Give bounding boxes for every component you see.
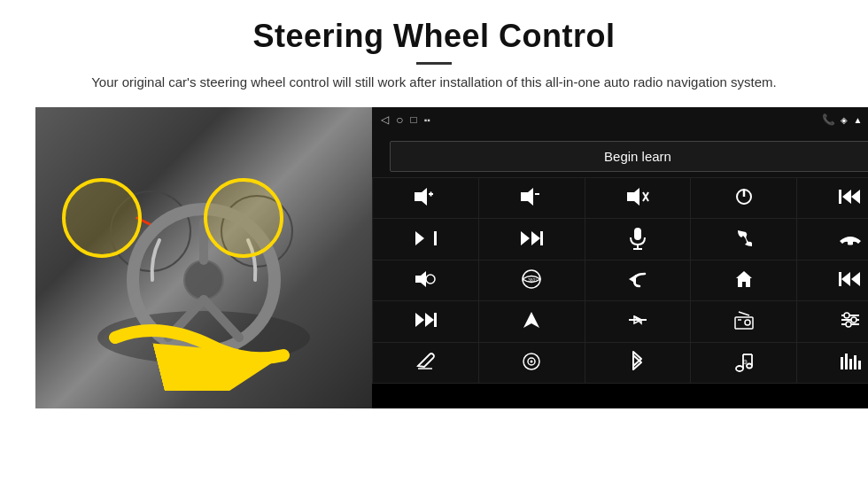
begin-learn-section: Begin learn	[372, 132, 868, 177]
page-subtitle: Your original car's steering wheel contr…	[89, 72, 779, 93]
nav-back-icon[interactable]: ◁	[381, 113, 389, 126]
mute-button[interactable]	[585, 178, 691, 218]
svg-marker-34	[629, 275, 636, 284]
skip-ff-button[interactable]	[479, 219, 585, 259]
svg-rect-65	[841, 357, 843, 369]
settings-eq-button[interactable]	[797, 301, 868, 341]
svg-point-31	[426, 275, 435, 284]
svg-marker-30	[415, 271, 426, 287]
android-interface: ◁ ○ □ ▪▪ 📞 ◈ ▲ 15:52 Begin learn	[372, 107, 868, 408]
equalizer-button[interactable]	[797, 343, 868, 383]
svg-marker-40	[415, 313, 424, 327]
home-button[interactable]	[691, 260, 796, 300]
vol-down-button[interactable]	[479, 178, 585, 218]
next-button[interactable]	[373, 219, 478, 259]
mute-icon	[625, 187, 650, 209]
navigate-button[interactable]	[479, 301, 585, 341]
svg-point-59	[736, 366, 743, 371]
target-icon	[522, 352, 541, 374]
begin-learn-button[interactable]: Begin learn	[390, 141, 868, 172]
car-image-bg	[35, 107, 372, 408]
view-360-icon: 360°	[520, 268, 543, 293]
call-button[interactable]	[691, 219, 796, 259]
vol-up-icon	[413, 187, 438, 209]
svg-marker-37	[841, 272, 850, 286]
nav-buttons: ◁ ○ □ ▪▪	[381, 113, 430, 127]
svg-rect-68	[854, 355, 856, 369]
svg-rect-69	[858, 361, 861, 369]
back-button[interactable]	[585, 260, 691, 300]
nav-signal-icon: ▪▪	[424, 115, 430, 125]
skip-ff-icon	[519, 229, 544, 250]
vol-down-icon	[519, 187, 544, 209]
svg-marker-12	[521, 188, 533, 206]
speaker-button[interactable]	[373, 260, 478, 300]
end-call-button[interactable]	[797, 219, 868, 259]
fast-forward-button[interactable]	[373, 301, 478, 341]
edit-icon	[415, 352, 435, 374]
svg-rect-39	[434, 313, 437, 327]
svg-marker-38	[851, 272, 860, 286]
call-icon	[734, 229, 754, 251]
nav-home-icon[interactable]: ○	[396, 113, 403, 127]
android-statusbar: ◁ ○ □ ▪▪ 📞 ◈ ▲ 15:52	[372, 107, 868, 132]
icon-grid: 360°	[372, 177, 868, 384]
edit-button[interactable]	[373, 343, 478, 383]
eq-icon	[627, 311, 648, 331]
svg-marker-25	[531, 231, 540, 245]
settings-area	[372, 384, 868, 408]
view-360-button[interactable]: 360°	[479, 260, 585, 300]
svg-text:⚙: ⚙	[742, 359, 748, 365]
svg-point-52	[844, 313, 849, 318]
arrow-indicator	[106, 311, 301, 391]
svg-rect-67	[849, 359, 852, 369]
svg-rect-22	[434, 231, 437, 245]
power-button[interactable]	[691, 178, 796, 218]
wifi-icon: ▲	[853, 115, 862, 125]
end-call-icon	[839, 230, 862, 249]
statusbar-right: 📞 ◈ ▲ 15:52	[822, 113, 868, 126]
svg-marker-35	[736, 271, 752, 287]
svg-point-54	[846, 322, 851, 327]
svg-marker-42	[523, 312, 539, 328]
prev-button[interactable]	[797, 178, 868, 218]
svg-rect-21	[839, 190, 841, 204]
button-group-left-highlight	[62, 178, 142, 258]
prev-icon	[839, 188, 862, 208]
svg-rect-27	[634, 228, 641, 240]
music-button[interactable]: ⚙	[691, 343, 796, 383]
svg-marker-41	[425, 313, 434, 327]
music-icon: ⚙	[733, 351, 755, 375]
speaker-icon	[414, 269, 437, 292]
mic-button[interactable]	[585, 219, 691, 259]
bluetooth-icon	[631, 350, 645, 376]
svg-marker-14	[627, 188, 639, 206]
mic-icon	[629, 227, 647, 253]
location-icon: ◈	[841, 115, 848, 125]
equalizer-icon	[839, 352, 862, 374]
svg-marker-20	[851, 190, 860, 204]
svg-marker-19	[842, 190, 851, 204]
svg-marker-24	[521, 231, 530, 245]
target-button[interactable]	[479, 343, 585, 383]
next-icon	[414, 229, 437, 250]
vol-up-button[interactable]	[373, 178, 478, 218]
page-wrapper: Steering Wheel Control Your original car…	[0, 0, 868, 417]
svg-point-4	[184, 260, 223, 299]
svg-point-47	[745, 320, 750, 325]
eq-button[interactable]	[585, 301, 691, 341]
rewind-button[interactable]	[797, 260, 868, 300]
power-icon	[734, 187, 754, 209]
home-icon	[734, 269, 754, 292]
nav-recents-icon[interactable]: □	[410, 113, 416, 126]
button-group-right-highlight	[204, 178, 283, 258]
svg-rect-36	[839, 272, 841, 286]
svg-point-58	[531, 360, 533, 362]
radio-button[interactable]	[691, 301, 796, 341]
bluetooth-button[interactable]	[585, 343, 691, 383]
svg-rect-26	[540, 231, 543, 245]
svg-marker-9	[415, 188, 427, 206]
settings-eq-icon	[840, 310, 861, 332]
phone-status-icon: 📞	[822, 113, 835, 126]
svg-point-53	[851, 317, 856, 323]
